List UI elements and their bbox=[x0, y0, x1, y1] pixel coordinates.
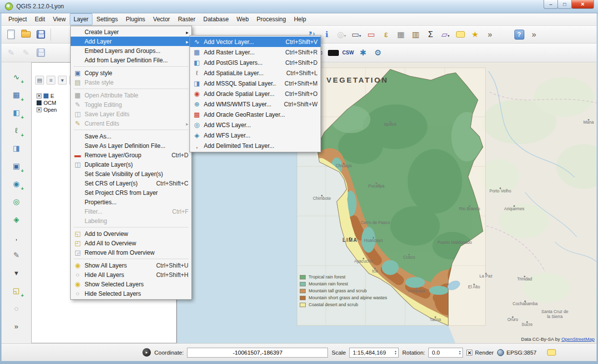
map-composer-button[interactable] bbox=[326, 46, 340, 59]
save-project-button[interactable] bbox=[34, 28, 47, 41]
add-wms-wmts-layer-menu-item[interactable]: ⊕Add WMS/WMTS Layer...Ctrl+Shift+W bbox=[190, 99, 321, 109]
csw-button[interactable]: CSW bbox=[341, 46, 355, 59]
menu-processing[interactable]: Processing bbox=[253, 13, 290, 25]
save-as-layer-definition-file-menu-item[interactable]: Save As Layer Definition File... bbox=[71, 141, 191, 150]
render-checkbox[interactable]: ✕ Render bbox=[466, 350, 494, 356]
add-oracle-georaster-layer-menu-item[interactable]: ▩Add Oracle GeoRaster Layer... bbox=[190, 109, 321, 120]
remove-layer-group-menu-item[interactable]: ▬Remove Layer/GroupCtrl+D bbox=[71, 150, 191, 160]
new-project-button[interactable] bbox=[4, 28, 18, 41]
add-raster-layer-menu-item[interactable]: ▦Add Raster Layer...Ctrl+Shift+R bbox=[190, 47, 321, 57]
rotation-spinbox[interactable]: 0.0 bbox=[428, 348, 463, 358]
add-from-layer-definition-file-menu-item[interactable]: Add from Layer Definition File... bbox=[71, 55, 191, 65]
save-layer-edits-menu-item[interactable]: ◫Save Layer Edits bbox=[71, 109, 191, 119]
hide-all-layers-menu-item[interactable]: ○Hide All LayersCtrl+Shift+H bbox=[71, 270, 191, 279]
add-mssql-spatial-layer-menu-item[interactable]: ◨Add MSSQL Spatial Layer...Ctrl+Shift+M bbox=[190, 78, 321, 89]
render-checkbox-box[interactable]: ✕ bbox=[466, 350, 472, 356]
select-features-button[interactable]: ▭ bbox=[350, 28, 363, 41]
measure-button[interactable]: ▱ bbox=[439, 28, 452, 41]
current-edits-button[interactable]: ✎ bbox=[4, 46, 18, 59]
add-spatialite-layer-button[interactable]: ℓ+ bbox=[10, 124, 23, 136]
create-layer-menu-item[interactable]: Create Layer bbox=[71, 27, 191, 37]
statistical-summary-button[interactable]: Σ bbox=[424, 28, 437, 41]
embed-layers-button[interactable]: ◱+ bbox=[10, 284, 23, 297]
map-tips-button[interactable] bbox=[454, 28, 467, 41]
new-shapefile-layer-button[interactable]: ✎ bbox=[10, 248, 23, 261]
add-mssql-layer-button[interactable]: ◨ bbox=[10, 141, 23, 154]
side-toolbar-extension-button[interactable]: » bbox=[10, 319, 23, 332]
save-as-menu-item[interactable]: Save As... bbox=[71, 132, 191, 141]
manage-visibility-button[interactable]: ▾ bbox=[58, 76, 67, 85]
menu-plugins[interactable]: Plugins bbox=[122, 13, 149, 25]
add-spatialite-layer-menu-item[interactable]: ℓAdd SpatiaLite Layer...Ctrl+Shift+L bbox=[190, 68, 321, 78]
menu-project[interactable]: Project bbox=[4, 13, 31, 25]
remove-all-from-overview-menu-item[interactable]: ◲Remove All from Overview bbox=[71, 248, 191, 257]
add-oracle-layer-button[interactable]: ▣+ bbox=[10, 159, 23, 172]
identify-features-button[interactable]: ℹ bbox=[320, 28, 333, 41]
add-delimited-text-layer-button[interactable]: , bbox=[10, 230, 23, 243]
new-layer-dropdown[interactable]: ▾ bbox=[10, 266, 23, 279]
copy-style-menu-item[interactable]: ▣Copy style bbox=[71, 68, 191, 78]
add-wfs-layer-menu-item[interactable]: ◈Add WFS Layer... bbox=[190, 130, 321, 140]
add-wfs-layer-button[interactable]: ◈ bbox=[10, 213, 23, 226]
menu-view[interactable]: View bbox=[49, 13, 70, 25]
duplicate-layer-s-menu-item[interactable]: ◫Duplicate Layer(s) bbox=[71, 160, 191, 169]
add-raster-layer-button[interactable]: ▦+ bbox=[10, 88, 23, 101]
toggle-editing-menu-item[interactable]: ✎Toggle Editing bbox=[71, 100, 191, 109]
set-project-crs-from-layer-menu-item[interactable]: Set Project CRS from Layer bbox=[71, 188, 191, 197]
crs-button[interactable]: EPSG:3857 bbox=[497, 349, 537, 356]
add-postgis-layers-menu-item[interactable]: ◧Add PostGIS Layers...Ctrl+Shift+D bbox=[190, 57, 321, 68]
labeling-menu-item[interactable]: Labeling bbox=[71, 216, 191, 226]
layers-panel-settings-button[interactable]: ▤ bbox=[35, 76, 44, 85]
log-messages-button[interactable] bbox=[547, 349, 556, 356]
osm-link[interactable]: OpenStreetMap bbox=[561, 336, 595, 342]
menu-settings[interactable]: Settings bbox=[92, 13, 122, 25]
scale-spinner-icon[interactable] bbox=[394, 350, 397, 355]
select-by-expression-button[interactable]: ε bbox=[379, 28, 393, 41]
add-oracle-spatial-layer-menu-item[interactable]: ◉Add Oracle Spatial Layer...Ctrl+Shift+O bbox=[190, 89, 321, 99]
add-wcs-layer-button[interactable]: ◎ bbox=[10, 195, 23, 208]
metasearch-button[interactable]: ✱ bbox=[356, 46, 369, 59]
add-wms-layer-button[interactable]: ◉+ bbox=[10, 177, 23, 190]
minimize-button[interactable]: – bbox=[544, 0, 558, 9]
paste-style-menu-item[interactable]: ▤Paste style bbox=[71, 78, 191, 87]
maximize-button[interactable]: □ bbox=[557, 0, 572, 9]
zoom-to-selection-button[interactable]: ◎ bbox=[335, 28, 348, 41]
toolbar-extension-button-2[interactable]: » bbox=[527, 28, 541, 41]
new-bookmark-button[interactable]: ★ bbox=[468, 28, 482, 41]
layer-visibility-checkbox[interactable] bbox=[37, 107, 42, 112]
processing-button[interactable]: ⚙ bbox=[371, 46, 384, 59]
extent-marker-icon[interactable]: ▸ bbox=[142, 348, 151, 357]
menu-help[interactable]: Help bbox=[290, 13, 310, 25]
current-edits-menu-item[interactable]: ✎Current Edits bbox=[71, 119, 191, 128]
add-layer-menu-item[interactable]: Add Layer bbox=[71, 37, 191, 46]
add-delimited-text-layer-menu-item[interactable]: ,Add Delimited Text Layer... bbox=[190, 140, 321, 151]
show-all-layers-menu-item[interactable]: ◉Show All LayersCtrl+Shift+U bbox=[71, 261, 191, 270]
add-wcs-layer-menu-item[interactable]: ◎Add WCS Layer... bbox=[190, 120, 321, 130]
set-crs-of-layer-s-menu-item[interactable]: Set CRS of Layer(s)Ctrl+Shift+C bbox=[71, 179, 191, 188]
properties-menu-item[interactable]: Properties... bbox=[71, 197, 191, 207]
set-scale-visibility-of-layer-s-menu-item[interactable]: Set Scale Visibility of Layer(s) bbox=[71, 169, 191, 179]
add-vector-layer-menu-item[interactable]: ∿Add Vector Layer...Ctrl+Shift+V bbox=[190, 37, 321, 47]
save-layer-edits-button[interactable] bbox=[34, 46, 47, 59]
layer-visibility-checkbox[interactable] bbox=[37, 93, 42, 98]
open-attribute-table-menu-item[interactable]: ▦Open Attribute Table bbox=[71, 91, 191, 100]
menu-database[interactable]: Database bbox=[199, 13, 232, 25]
title-bar[interactable]: QGIS 2.12.0-Lyon – □ ✕ bbox=[0, 0, 598, 13]
close-button[interactable]: ✕ bbox=[571, 0, 594, 9]
show-selected-layers-menu-item[interactable]: ◉Show Selected Layers bbox=[71, 279, 191, 289]
add-to-overview-menu-item[interactable]: ◱Add to Overview bbox=[71, 229, 191, 238]
scale-combobox[interactable]: 1:15,484,169 bbox=[349, 348, 399, 358]
filter-menu-item[interactable]: Filter...Ctrl+F bbox=[71, 207, 191, 216]
filter-legend-button[interactable]: ≡ bbox=[46, 76, 55, 85]
hide-selected-layers-menu-item[interactable]: ○Hide Selected Layers bbox=[71, 289, 191, 298]
deselect-features-button[interactable]: ▭ bbox=[365, 28, 378, 41]
toolbar-extension-button[interactable]: » bbox=[483, 28, 497, 41]
help-button[interactable]: ? bbox=[512, 28, 526, 41]
coordinate-input[interactable] bbox=[187, 348, 328, 358]
add-vector-layer-button[interactable]: ∿+ bbox=[10, 70, 23, 83]
field-calculator-button[interactable]: ▥ bbox=[409, 28, 422, 41]
rotation-spinner-icon[interactable] bbox=[459, 350, 461, 355]
menu-web[interactable]: Web bbox=[232, 13, 252, 25]
annotation-button[interactable]: ◌ bbox=[10, 302, 23, 315]
menu-vector[interactable]: Vector bbox=[149, 13, 174, 25]
